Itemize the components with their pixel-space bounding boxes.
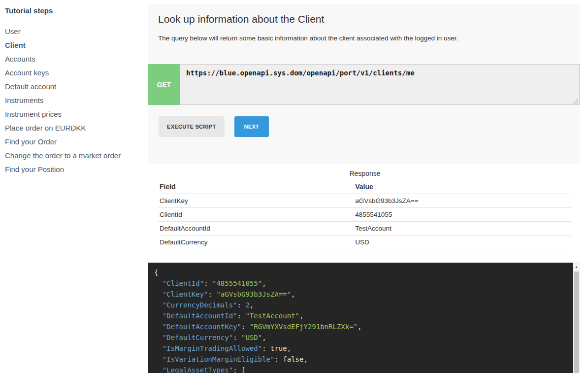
column-header-field: Field	[159, 182, 354, 194]
scrollbar-up-arrow-icon[interactable]: ▲	[573, 263, 580, 271]
sidebar-title: Tutorial steps	[5, 6, 148, 15]
sidebar-item-user[interactable]: User	[0, 25, 148, 38]
field-cell: DefaultAccountId	[159, 222, 354, 236]
sidebar-item-accounts[interactable]: Accounts	[0, 52, 148, 66]
code-line: "DefaultCurrency": "USD",	[154, 332, 567, 343]
table-row: ClientId4855541055	[159, 208, 571, 222]
request-url-input[interactable]: https://blue.openapi.sys.dom/openapi/por…	[180, 64, 580, 105]
value-cell: aGVsbG93b3JsZA==	[354, 194, 571, 208]
next-button[interactable]: NEXT	[234, 116, 269, 137]
code-line: "IsVariationMarginEligible": false,	[154, 354, 567, 365]
response-json-code-block: { "ClientId": "4855541055", "ClientKey":…	[148, 263, 580, 373]
value-cell: USD	[354, 236, 571, 249]
code-line: "ClientKey": "aGVsbG93b3JsZA==",	[154, 289, 567, 300]
code-line: "DefaultAccountKey": "RGVmYXVsdEFjY291bn…	[154, 321, 567, 332]
json-code: { "ClientId": "4855541055", "ClientKey":…	[148, 263, 580, 373]
http-method-badge: GET	[148, 64, 180, 105]
field-cell: DefaultCurrency	[159, 236, 354, 249]
response-caption: Response	[159, 170, 571, 182]
field-cell: ClientKey	[159, 194, 354, 208]
execute-script-button[interactable]: EXECUTE SCRIPT	[159, 116, 225, 137]
sidebar-item-default-account[interactable]: Default account	[0, 80, 148, 94]
sidebar-item-place-order-on-eurdkk[interactable]: Place order on EURDKK	[0, 121, 148, 135]
sidebar-item-change-the-order-to-a-market-order[interactable]: Change the order to a market order	[0, 149, 148, 163]
sidebar-list: UserClientAccountsAccount keysDefault ac…	[0, 25, 148, 176]
scrollbar-thumb[interactable]	[574, 271, 579, 373]
code-line: "IsMarginTradingAllowed": true,	[154, 343, 567, 354]
page-title: Look up information about the Client	[158, 13, 580, 25]
sidebar-item-client[interactable]: Client	[0, 38, 148, 52]
api-request-row: GET https://blue.openapi.sys.dom/openapi…	[148, 64, 580, 105]
code-scrollbar[interactable]: ▲	[573, 263, 580, 373]
tutorial-sidebar: Tutorial steps UserClientAccountsAccount…	[0, 0, 148, 15]
column-header-value: Value	[354, 182, 571, 194]
action-button-row: EXECUTE SCRIPT NEXT	[159, 116, 269, 137]
value-cell: TestAccount	[354, 222, 571, 236]
table-row: DefaultAccountIdTestAccount	[159, 222, 571, 236]
code-line: "CurrencyDecimals": 2,	[154, 300, 567, 310]
code-line: "ClientId": "4855541055",	[154, 278, 567, 289]
request-url-wrap: https://blue.openapi.sys.dom/openapi/por…	[180, 64, 580, 105]
code-line: "LegalAssetTypes": [	[154, 365, 567, 373]
page-description: The query below will return some basic i…	[158, 34, 570, 42]
field-cell: ClientId	[159, 208, 354, 222]
tutorial-step-panel: Look up information about the Client The…	[148, 4, 580, 164]
table-row: ClientKeyaGVsbG93b3JsZA==	[159, 194, 571, 208]
response-section: Response Field Value ClientKeyaGVsbG93b3…	[159, 170, 571, 249]
code-line: {	[154, 267, 567, 278]
table-row: DefaultCurrencyUSD	[159, 236, 571, 249]
sidebar-item-find-your-position[interactable]: Find your Position	[0, 163, 148, 176]
sidebar-item-account-keys[interactable]: Account keys	[0, 66, 148, 80]
code-line: "DefaultAccountId": "TestAccount",	[154, 310, 567, 321]
sidebar-item-find-your-order[interactable]: Find your Order	[0, 135, 148, 149]
sidebar-item-instrument-prices[interactable]: Instrument prices	[0, 107, 148, 121]
value-cell: 4855541055	[354, 208, 571, 222]
sidebar-item-instruments[interactable]: Instruments	[0, 94, 148, 107]
response-table: Field Value ClientKeyaGVsbG93b3JsZA==Cli…	[159, 182, 571, 249]
